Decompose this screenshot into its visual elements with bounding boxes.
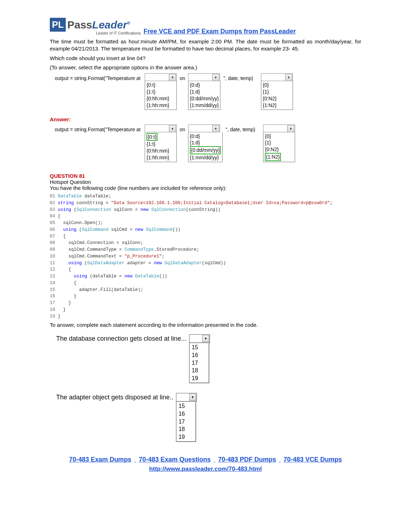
question-type: Hotspot Question	[50, 179, 361, 185]
hotspot-statement-1: The database connection gets closed at l…	[56, 334, 361, 383]
question-instruction: To answer, complete each statement accor…	[50, 322, 361, 328]
chevron-down-icon: ▼	[169, 125, 176, 132]
chevron-down-icon: ▼	[212, 125, 219, 132]
logo-badge: PL	[50, 18, 66, 32]
code-block: 01 DataTable dataTable; 02 string connSt…	[50, 193, 361, 320]
dropdown-time-options[interactable]: {0:t} {1:t} {0:hh:mm} {1:hh:mm}	[145, 81, 177, 110]
footer-links: 70-483 Exam Dumps 70-483 Exam Questions …	[50, 456, 361, 463]
selected-option: {0:dd/mm/yy}	[190, 146, 221, 154]
dropdown-time[interactable]: ▼	[145, 124, 177, 132]
link-pdf-dumps[interactable]: 70-483 PDF Dumps	[218, 456, 276, 463]
dropdown-temp[interactable]: ▼	[261, 73, 293, 81]
dropdown-temp[interactable]: ▼	[263, 124, 295, 132]
dropdown-time[interactable]: ▼	[145, 73, 177, 81]
chevron-down-icon: ▼	[169, 74, 176, 81]
link-exam-questions[interactable]: 70-483 Exam Questions	[139, 456, 210, 463]
dropdown-date[interactable]: ▼	[188, 73, 220, 81]
trail-text: ", date, temp)	[222, 73, 255, 81]
statement-text: The adapter object gets disposed at line…	[56, 393, 173, 401]
mid-text: on	[178, 124, 187, 132]
footer-url[interactable]: http://www.passleader.com/70-483.html	[50, 465, 361, 473]
tagline: Leader of IT Certifications	[96, 31, 141, 35]
intro-paragraph: The time must be formatted as hour:minut…	[50, 38, 361, 53]
headline-link[interactable]: Free VCE and PDF Exam Dumps from PassLea…	[144, 28, 296, 35]
dropdown-line-2[interactable]: ▼	[176, 393, 197, 401]
chevron-down-icon: ▼	[212, 74, 219, 81]
dropdown-temp-options[interactable]: {0} {1} {0:N2} {1:N2}	[261, 81, 293, 110]
dropdown-time-options[interactable]: {0:t} {1:t} {0:hh:mm} {1:hh:mm}	[145, 132, 177, 163]
hotspot-statement-2: The adapter object gets disposed at line…	[56, 393, 361, 442]
link-exam-dumps[interactable]: 70-483 Exam Dumps	[69, 456, 131, 463]
format-row-question: output = string.Format("Temperature at ▼…	[50, 73, 361, 110]
chevron-down-icon: ▼	[202, 335, 209, 342]
page-header: PL PassLeader® Leader of IT Certificatio…	[50, 18, 361, 35]
logo-text: PassLeader®	[67, 19, 130, 31]
dropdown-date[interactable]: ▼	[188, 124, 220, 132]
trail-text: ", date, temp)	[224, 124, 257, 132]
row-label: output = string.Format("Temperature at	[50, 73, 143, 81]
chevron-down-icon: ▼	[189, 394, 196, 401]
row-label: output = string.Format("Temperature at	[50, 124, 143, 132]
dropdown-line-1-options[interactable]: 15 16 17 18 19	[189, 343, 209, 383]
question-number: QUESTION 81	[50, 173, 361, 179]
logo: PL PassLeader®	[50, 18, 141, 32]
selected-option: {0:t}	[146, 133, 158, 141]
dropdown-temp-options[interactable]: {0} {1} {0:N2} {1:N2}	[263, 132, 295, 163]
intro-instruction: (To answer, select the appropriate optio…	[50, 64, 361, 71]
intro-question: Which code should you insert at line 04?	[50, 55, 361, 62]
statement-text: The database connection gets closed at l…	[56, 334, 186, 342]
dropdown-line-1[interactable]: ▼	[189, 334, 210, 343]
chevron-down-icon: ▼	[285, 74, 292, 81]
selected-option: {1:N2}	[265, 153, 281, 161]
question-prompt: You have the following code (line number…	[50, 185, 361, 191]
mid-text: on	[178, 73, 187, 81]
dropdown-line-2-options[interactable]: 15 16 17 18 19	[176, 401, 196, 442]
dropdown-date-options[interactable]: {0:d} {1:d} {0:dd/mm/yy} {1:mm/dd/yy}	[188, 81, 221, 110]
chevron-down-icon: ▼	[287, 125, 294, 132]
dropdown-date-options[interactable]: {0:d} {1:d} {0:dd/mm/yy} {1:mm/dd/yy}	[188, 132, 223, 163]
link-vce-dumps[interactable]: 70-483 VCE Dumps	[284, 456, 342, 463]
format-row-answer: output = string.Format("Temperature at ▼…	[50, 124, 361, 163]
answer-label: Answer:	[50, 116, 361, 122]
